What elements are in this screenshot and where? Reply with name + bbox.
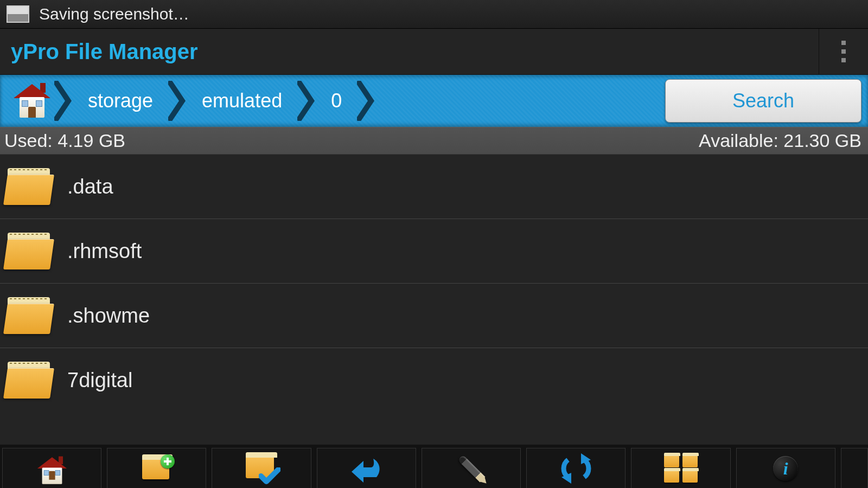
search-button-label: Search <box>732 89 794 112</box>
refresh-button[interactable] <box>526 448 626 488</box>
refresh-icon <box>557 452 595 485</box>
list-item[interactable]: .showme <box>0 284 868 348</box>
app-title: yPro File Manager <box>11 40 198 64</box>
bottom-toolbar: i <box>0 445 868 488</box>
storage-available: Available: 21.30 GB <box>699 130 861 151</box>
new-folder-icon <box>138 452 176 485</box>
info-icon: i <box>767 452 805 485</box>
search-button[interactable]: Search <box>665 79 861 123</box>
back-button[interactable] <box>317 448 416 488</box>
folder-icon <box>3 294 58 337</box>
folder-icon <box>3 229 58 273</box>
breadcrumb-segment[interactable]: emulated <box>190 89 294 112</box>
breadcrumb-bar: storage emulated 0 Search <box>0 75 868 127</box>
status-text: Saving screenshot… <box>39 5 189 23</box>
chevron-right-icon <box>168 79 187 123</box>
pencil-icon <box>452 452 490 485</box>
file-name: .rhmsoft <box>67 240 142 263</box>
folder-icon <box>3 358 58 402</box>
info-button[interactable]: i <box>736 448 835 488</box>
title-bar: yPro File Manager <box>0 29 868 75</box>
list-item[interactable]: 7digital <box>0 348 868 412</box>
list-item[interactable]: .data <box>0 154 868 219</box>
screenshot-icon <box>7 5 29 23</box>
file-name: 7digital <box>67 369 132 392</box>
storage-bar: Used: 4.19 GB Available: 21.30 GB <box>0 127 868 154</box>
multi-select-button[interactable] <box>631 448 730 488</box>
back-arrow-icon <box>347 452 385 485</box>
folder-icon <box>3 165 58 208</box>
edit-button[interactable] <box>422 448 521 488</box>
file-name: .showme <box>67 304 150 328</box>
chevron-right-icon <box>357 79 375 123</box>
file-name: .data <box>67 175 113 198</box>
chevron-right-icon <box>297 79 316 123</box>
folder-check-icon <box>242 452 280 485</box>
home-button[interactable] <box>2 448 101 488</box>
select-button[interactable] <box>212 448 311 488</box>
breadcrumb-segment[interactable]: 0 <box>319 89 354 112</box>
grid-folders-icon <box>662 452 700 485</box>
chevron-right-icon <box>54 79 73 123</box>
overflow-menu-button[interactable] <box>819 29 868 74</box>
home-icon <box>37 455 67 481</box>
home-icon[interactable] <box>13 82 51 120</box>
storage-used: Used: 4.19 GB <box>4 130 125 151</box>
list-item[interactable]: .rhmsoft <box>0 219 868 284</box>
file-list[interactable]: .data .rhmsoft .showme 7digital <box>0 154 868 445</box>
breadcrumb-segment[interactable]: storage <box>76 89 165 112</box>
status-bar: Saving screenshot… <box>0 0 868 29</box>
new-folder-button[interactable] <box>107 448 206 488</box>
more-button[interactable] <box>841 448 868 488</box>
